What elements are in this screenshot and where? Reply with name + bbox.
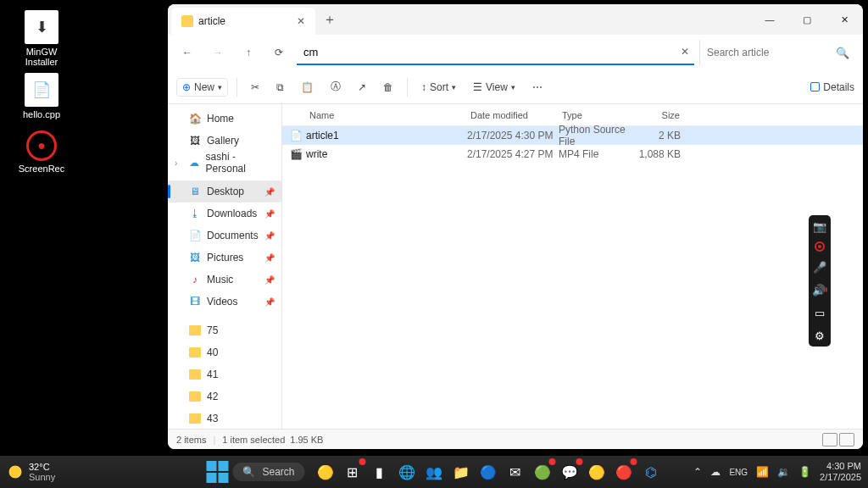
tray-clock[interactable]: 4:30 PM 2/17/2025 [820,461,861,482]
task-explorer[interactable]: 📁 [449,460,473,484]
cut-button[interactable]: ✂ [246,78,264,97]
col-size[interactable]: Size [635,110,687,120]
weather-widget[interactable]: 32°C Sunny [7,462,55,482]
mic-icon[interactable]: 🎤 [812,259,827,274]
tray-chevron-icon[interactable]: ⌃ [693,466,702,478]
maximize-button[interactable]: ▢ [788,4,826,35]
task-app[interactable]: 🔴 [612,460,636,484]
search-box[interactable]: 🔍 [699,40,856,65]
more-button[interactable]: ⋯ [527,78,548,97]
new-tab-button[interactable]: ＋ [315,11,344,29]
copy-button[interactable]: ⧉ [271,78,289,97]
clear-address-icon[interactable]: ✕ [681,46,689,58]
share-button[interactable]: ↗ [353,78,371,97]
sidebar-item-desktop[interactable]: 🖥Desktop📌 [168,180,281,202]
tray-volume-icon[interactable]: 🔉 [777,466,790,478]
view-details-icon[interactable] [839,433,854,446]
status-selected: 1 item selected [222,435,285,445]
task-teams[interactable]: 👥 [422,460,446,484]
task-whatsapp[interactable]: 💬 [558,460,581,484]
copy-icon: ⧉ [276,81,284,93]
sidebar-folder-75[interactable]: 75 [168,319,281,341]
paste-icon: 📋 [301,81,314,93]
details-icon [810,82,820,92]
sidebar[interactable]: 🏠Home 🖼Gallery ›☁sashi - Personal 🖥Deskt… [168,104,282,429]
sidebar-item-pictures[interactable]: 🖼Pictures📌 [168,247,281,269]
task-copilot[interactable]: 🟡 [314,460,337,484]
sidebar-item-documents[interactable]: 📄Documents📌 [168,225,281,247]
sidebar-folder-40[interactable]: 40 [168,341,281,363]
task-view[interactable]: ⊞ [341,460,364,484]
sidebar-item-personal[interactable]: ›☁sashi - Personal [168,152,281,174]
col-date[interactable]: Date modified [467,110,559,120]
icon-label: MinGW Installer [25,47,58,67]
sidebar-item-label: Documents [207,230,259,241]
sidebar-item-videos[interactable]: 🎞Videos📌 [168,291,281,313]
task-vscode[interactable]: ⌬ [639,460,663,484]
task-edge2[interactable]: 🔵 [476,460,500,484]
settings-icon[interactable]: ⚙ [812,328,827,343]
view-list-icon[interactable] [822,433,837,446]
rename-button[interactable]: Ⓐ [326,76,346,97]
close-button[interactable]: ✕ [826,4,863,35]
chevron-right-icon[interactable]: › [175,158,182,168]
tray-onedrive-icon[interactable]: ☁ [710,466,721,478]
sidebar-folder-42[interactable]: 42 [168,385,281,408]
sidebar-item-gallery[interactable]: 🖼Gallery [168,130,281,152]
icon-label: hello.cpp [23,109,60,119]
forward-button[interactable]: → [205,40,231,65]
tray-wifi-icon[interactable]: 📶 [756,466,769,478]
minimize-button[interactable]: — [751,4,788,35]
tray-language[interactable]: ENG [729,468,748,477]
tray-battery-icon[interactable]: 🔋 [798,466,811,478]
chevron-down-icon: ▾ [218,83,222,92]
details-button[interactable]: Details [810,81,854,93]
file-icon: 📄 [289,129,303,142]
sidebar-folder-41[interactable]: 41 [168,363,281,385]
task-chrome2[interactable]: 🟡 [585,460,609,484]
file-row[interactable]: 🎬write2/17/2025 4:27 PMMP4 File1,088 KB [282,145,863,164]
sort-button[interactable]: ↕ Sort ▾ [416,78,461,97]
speaker-icon[interactable]: 🔊 [812,282,827,297]
sidebar-item-music[interactable]: ♪Music📌 [168,269,281,291]
new-label: New [194,81,214,93]
search-input[interactable] [707,47,836,58]
sidebar-item-home[interactable]: 🏠Home [168,108,281,130]
separator [236,78,237,97]
address-input[interactable] [303,46,687,58]
tab-close-icon[interactable]: ✕ [297,15,305,27]
file-icon: 🎬 [289,147,303,161]
camera-icon[interactable]: 📷 [812,219,827,234]
task-chrome[interactable]: 🟢 [531,460,554,484]
back-button[interactable]: ← [175,40,200,65]
task-terminal[interactable]: ▮ [368,460,392,484]
desktop-icon-screenrec[interactable]: ● ScreenRec [12,130,71,174]
recordings-icon[interactable]: ▭ [812,305,827,320]
desktop-icon-hello[interactable]: 📄 hello.cpp [12,73,71,119]
status-bar: 2 items | 1 item selected 1.95 KB [168,429,863,449]
screenrec-toolbar[interactable]: 📷 🎤 🔊 ▭ ⚙ [809,215,831,347]
refresh-button[interactable]: ⟳ [266,40,292,65]
tab-article[interactable]: article ✕ [171,8,315,35]
sidebar-item-label: 42 [207,391,218,402]
view-button[interactable]: ☰ View ▾ [468,78,520,97]
task-outlook[interactable]: ✉ [504,460,527,484]
sidebar-item-label: 41 [207,369,218,380]
delete-button[interactable]: 🗑 [378,78,398,97]
folder-icon [188,390,202,403]
up-button[interactable]: ↑ [236,40,261,65]
sidebar-item-downloads[interactable]: ⭳Downloads📌 [168,202,281,225]
taskbar-search[interactable]: 🔍Search [232,463,304,481]
col-name[interactable]: Name [306,110,467,120]
system-tray[interactable]: ⌃ ☁ ENG 📶 🔉 🔋 4:30 PM 2/17/2025 [693,461,861,482]
record-icon[interactable] [815,241,825,252]
desktop-icon-mingw[interactable]: ⬇ MinGW Installer [12,10,71,67]
paste-button[interactable]: 📋 [296,78,319,97]
col-type[interactable]: Type [559,110,635,120]
task-edge[interactable]: 🌐 [395,460,419,484]
sidebar-folder-43[interactable]: 43 [168,408,281,429]
start-button[interactable] [205,460,229,484]
address-input-wrap[interactable]: ✕ [297,40,694,65]
new-button[interactable]: ⊕ New ▾ [176,78,228,97]
file-row[interactable]: 📄article12/17/2025 4:30 PMPython Source … [282,126,863,145]
